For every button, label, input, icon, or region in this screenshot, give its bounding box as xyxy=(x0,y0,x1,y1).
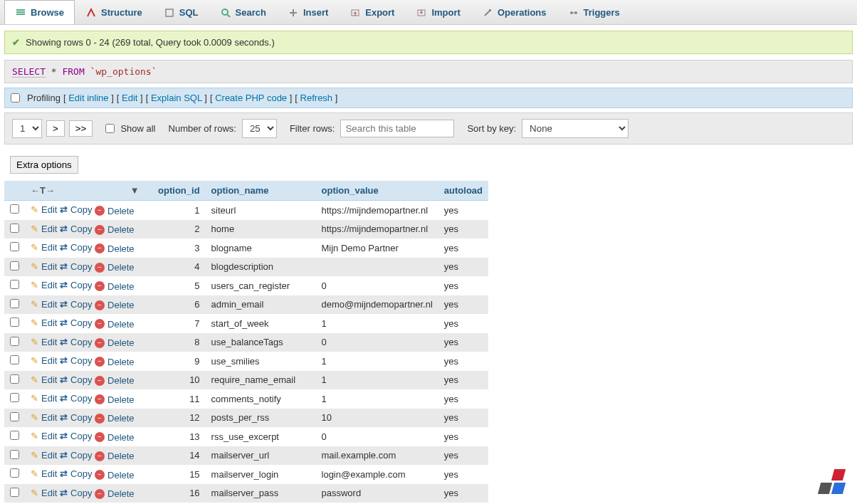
delete-row-link[interactable]: Delete xyxy=(95,224,135,235)
copy-row-link[interactable]: ⇄Copy xyxy=(60,450,92,461)
tab-search[interactable]: Search xyxy=(209,0,277,24)
delete-row-link[interactable]: Delete xyxy=(95,394,135,405)
last-page-button[interactable]: >> xyxy=(69,120,93,137)
row-checkbox[interactable] xyxy=(10,355,19,364)
profiling-checkbox[interactable] xyxy=(11,93,20,103)
tab-export[interactable]: Export xyxy=(339,0,405,24)
copy-row-link[interactable]: ⇄Copy xyxy=(60,355,92,366)
filter-rows-input[interactable] xyxy=(340,120,454,137)
copy-row-link[interactable]: ⇄Copy xyxy=(60,224,92,234)
tab-insert[interactable]: Insert xyxy=(277,0,339,24)
edit-row-link[interactable]: ✎Edit xyxy=(31,374,57,385)
edit-row-link[interactable]: ✎Edit xyxy=(31,261,57,272)
row-checkbox[interactable] xyxy=(10,317,19,327)
edit-row-link[interactable]: ✎Edit xyxy=(31,393,57,404)
copy-row-link[interactable]: ⇄Copy xyxy=(60,280,92,290)
copy-row-link[interactable]: ⇄Copy xyxy=(60,317,92,328)
copy-row-link[interactable]: ⇄Copy xyxy=(60,488,92,498)
insert-icon xyxy=(288,7,299,19)
tab-browse[interactable]: Browse xyxy=(4,0,75,24)
copy-row-link[interactable]: ⇄Copy xyxy=(60,261,92,272)
edit-row-link[interactable]: ✎Edit xyxy=(31,431,57,441)
edit-row-link[interactable]: ✎Edit xyxy=(31,317,57,328)
edit-link[interactable]: Edit xyxy=(122,93,137,103)
delete-row-link[interactable]: Delete xyxy=(95,206,135,216)
row-checkbox[interactable] xyxy=(10,393,19,402)
edit-inline-link[interactable]: Edit inline xyxy=(68,93,108,103)
copy-row-link[interactable]: ⇄Copy xyxy=(60,412,92,423)
row-checkbox[interactable] xyxy=(10,431,19,440)
row-checkbox[interactable] xyxy=(10,412,19,421)
tab-sql[interactable]: SQL xyxy=(153,0,209,24)
copy-icon: ⇄ xyxy=(60,450,68,461)
copy-row-link[interactable]: ⇄Copy xyxy=(60,204,92,215)
row-checkbox[interactable] xyxy=(10,204,19,214)
num-rows-select[interactable]: 25 xyxy=(242,119,277,138)
delete-row-link[interactable]: Delete xyxy=(95,432,135,443)
cell-option-id: 13 xyxy=(149,427,206,446)
row-checkbox[interactable] xyxy=(10,468,19,478)
col-option-id[interactable]: option_id xyxy=(149,181,206,201)
row-checkbox[interactable] xyxy=(10,299,19,308)
row-checkbox[interactable] xyxy=(10,280,19,289)
row-checkbox[interactable] xyxy=(10,450,19,459)
show-all-checkbox[interactable] xyxy=(105,124,115,133)
refresh-link[interactable]: Refresh xyxy=(300,93,333,103)
edit-row-link[interactable]: ✎Edit xyxy=(31,204,57,215)
delete-row-link[interactable]: Delete xyxy=(95,375,135,386)
cell-autoload: yes xyxy=(438,295,488,315)
col-option-name[interactable]: option_name xyxy=(206,181,316,201)
col-autoload[interactable]: autoload xyxy=(438,181,488,201)
delete-row-link[interactable]: Delete xyxy=(95,300,135,310)
edit-row-link[interactable]: ✎Edit xyxy=(31,450,57,461)
delete-row-link[interactable]: Delete xyxy=(95,488,135,499)
tab-import[interactable]: Import xyxy=(405,0,470,24)
delete-row-link[interactable]: Delete xyxy=(95,319,135,330)
edit-row-link[interactable]: ✎Edit xyxy=(31,488,57,498)
row-checkbox[interactable] xyxy=(10,488,19,497)
page-select[interactable]: 1 xyxy=(12,119,42,138)
sort-caret-icon[interactable]: ▼ xyxy=(130,185,144,196)
copy-row-link[interactable]: ⇄Copy xyxy=(60,393,92,404)
edit-row-link[interactable]: ✎Edit xyxy=(31,412,57,423)
extra-options-button[interactable]: Extra options xyxy=(10,156,78,174)
delete-row-link[interactable]: Delete xyxy=(95,243,135,254)
row-checkbox[interactable] xyxy=(10,261,19,271)
edit-row-link[interactable]: ✎Edit xyxy=(31,242,57,253)
create-php-link[interactable]: Create PHP code xyxy=(215,93,287,103)
edit-row-link[interactable]: ✎Edit xyxy=(31,355,57,366)
delete-row-link[interactable]: Delete xyxy=(95,357,135,367)
edit-row-link[interactable]: ✎Edit xyxy=(31,337,57,347)
row-checkbox[interactable] xyxy=(10,374,19,384)
copy-icon: ⇄ xyxy=(60,488,68,498)
sort-by-key-select[interactable]: None xyxy=(522,119,629,138)
row-checkbox[interactable] xyxy=(10,224,19,233)
edit-row-link[interactable]: ✎Edit xyxy=(31,224,57,234)
delete-row-link[interactable]: Delete xyxy=(95,262,135,273)
explain-sql-link[interactable]: Explain SQL xyxy=(151,93,202,103)
tab-triggers[interactable]: Triggers xyxy=(557,0,631,24)
delete-row-link[interactable]: Delete xyxy=(95,451,135,461)
svg-point-4 xyxy=(222,9,228,15)
delete-row-link[interactable]: Delete xyxy=(95,281,135,292)
copy-row-link[interactable]: ⇄Copy xyxy=(60,468,92,479)
copy-row-link[interactable]: ⇄Copy xyxy=(60,431,92,441)
edit-row-link[interactable]: ✎Edit xyxy=(31,280,57,290)
copy-row-link[interactable]: ⇄Copy xyxy=(60,242,92,253)
next-page-button[interactable]: > xyxy=(46,120,65,137)
cell-option-name: users_can_register xyxy=(206,276,316,295)
row-checkbox[interactable] xyxy=(10,337,19,346)
delete-row-link[interactable]: Delete xyxy=(95,337,135,348)
delete-row-link[interactable]: Delete xyxy=(95,470,135,481)
edit-row-link[interactable]: ✎Edit xyxy=(31,468,57,479)
sql-query-display: SELECT * FROM `wp_options` xyxy=(4,60,853,83)
row-checkbox[interactable] xyxy=(10,242,19,251)
copy-row-link[interactable]: ⇄Copy xyxy=(60,374,92,385)
col-option-value[interactable]: option_value xyxy=(316,181,438,201)
edit-row-link[interactable]: ✎Edit xyxy=(31,299,57,310)
delete-row-link[interactable]: Delete xyxy=(95,413,135,424)
copy-row-link[interactable]: ⇄Copy xyxy=(60,337,92,347)
copy-row-link[interactable]: ⇄Copy xyxy=(60,299,92,310)
tab-structure[interactable]: Structure xyxy=(75,0,153,24)
tab-operations[interactable]: Operations xyxy=(471,0,557,24)
